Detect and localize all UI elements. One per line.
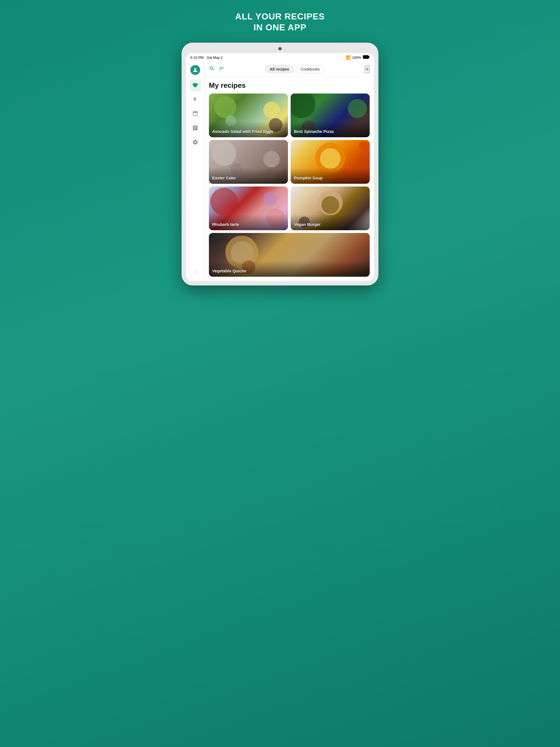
page-headline: ALL YOUR RECIPES IN ONE APP <box>235 11 325 33</box>
recipe-card-label-pizza: Best Spinache Pizza <box>291 121 370 137</box>
recipe-card-label-avocado: Avocado Salad with Fried Eggs <box>209 121 288 137</box>
top-bar-left <box>209 66 225 73</box>
recipe-card-name-pumpkin: Pumpkin Soup <box>294 176 323 180</box>
sidebar-item-settings[interactable] <box>189 136 201 148</box>
recipe-card-label-easter: Easter Cake <box>209 168 288 184</box>
svg-rect-0 <box>363 55 369 59</box>
recipe-card-avocado[interactable]: Avocado Salad with Fried Eggs <box>209 94 288 137</box>
recipe-card-burger[interactable]: Vegan Burger <box>291 186 370 230</box>
recipes-section: My recipes Avocado Salad with Fr <box>205 77 374 281</box>
filter-icon[interactable] <box>219 66 225 73</box>
recipe-card-name-rhubarb: Rhubarb tarte <box>212 222 239 227</box>
status-time-date: 6:18 PM Sat May 2 <box>190 55 223 60</box>
recipe-card-rhubarb[interactable]: Rhubarb tarte <box>209 186 288 230</box>
svg-point-2 <box>194 68 196 70</box>
recipe-card-pizza[interactable]: Best Spinache Pizza <box>291 94 370 137</box>
avatar[interactable] <box>190 65 200 75</box>
add-recipe-button[interactable]: + <box>365 66 370 73</box>
tab-group: All recipes Cookbooks <box>265 65 325 73</box>
recipe-card-name-pizza: Best Spinache Pizza <box>294 129 334 134</box>
recipe-card-label-pumpkin: Pumpkin Soup <box>291 168 370 184</box>
recipe-card-name-easter: Easter Cake <box>212 176 236 180</box>
tab-all-recipes[interactable]: All recipes <box>265 65 294 73</box>
status-indicators: 📶 100% <box>346 55 370 60</box>
recipe-card-label-burger: Vegan Burger <box>291 214 370 230</box>
recipe-card-pumpkin[interactable]: Pumpkin Soup <box>291 140 370 184</box>
svg-rect-1 <box>369 56 370 58</box>
recipe-card-quiche[interactable]: Vegetable Quiche <box>209 233 370 277</box>
tablet-frame: 6:18 PM Sat May 2 📶 100% <box>182 43 378 285</box>
tablet-screen: 6:18 PM Sat May 2 📶 100% <box>186 53 374 281</box>
sidebar: › <box>186 62 205 281</box>
sidebar-expand-button[interactable]: › <box>190 267 200 277</box>
tablet-camera <box>278 47 282 50</box>
recipe-card-name-burger: Vegan Burger <box>294 222 321 227</box>
top-bar: All recipes Cookbooks + <box>205 62 374 77</box>
sidebar-item-shopping[interactable] <box>189 122 201 134</box>
recipe-card-label-quiche: Vegetable Quiche <box>209 261 370 277</box>
sidebar-item-tools[interactable] <box>189 94 201 106</box>
battery-icon <box>363 55 370 60</box>
recipe-card-label-rhubarb: Rhubarb tarte <box>209 214 288 230</box>
recipes-grid: Avocado Salad with Fried Eggs Bes <box>209 94 370 277</box>
recipe-card-easter[interactable]: Easter Cake <box>209 140 288 184</box>
wifi-icon: 📶 <box>346 55 351 60</box>
app-content: › <box>186 62 374 281</box>
main-area: All recipes Cookbooks + My recipes <box>205 62 374 281</box>
sidebar-item-calendar[interactable] <box>189 108 201 120</box>
tab-cookbooks[interactable]: Cookbooks <box>296 65 324 73</box>
sidebar-item-favorites[interactable] <box>189 79 201 91</box>
search-icon[interactable] <box>209 66 215 73</box>
recipe-card-name-quiche: Vegetable Quiche <box>212 268 246 273</box>
section-title: My recipes <box>209 81 370 90</box>
status-bar: 6:18 PM Sat May 2 📶 100% <box>186 53 374 62</box>
recipe-card-name-avocado: Avocado Salad with Fried Eggs <box>212 129 273 134</box>
